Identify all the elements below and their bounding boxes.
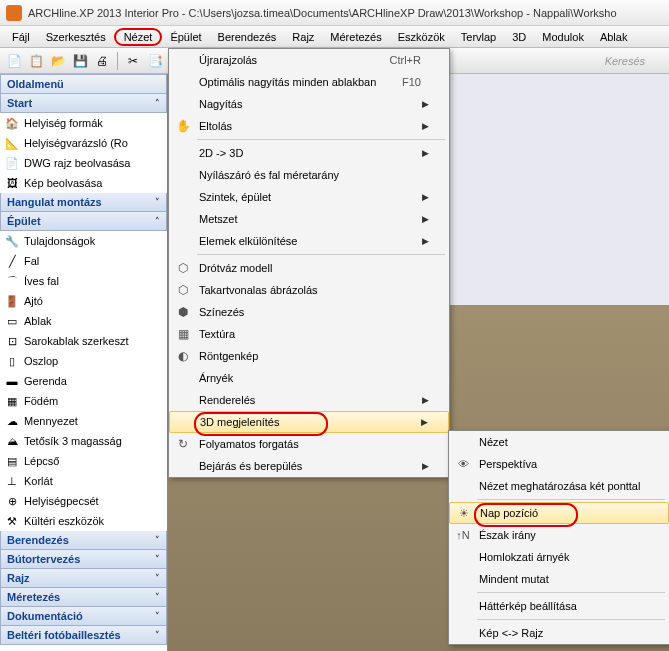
menu-item[interactable]: Nyílászáró és fal méretarány	[169, 164, 449, 186]
menu-szerkesztés[interactable]: Szerkesztés	[38, 29, 114, 45]
separator	[197, 139, 445, 140]
sidebar-item[interactable]: ▦Födém	[0, 391, 167, 411]
menu-item[interactable]: ÚjrarajzolásCtrl+R	[169, 49, 449, 71]
sidebar-item[interactable]: ▯Oszlop	[0, 351, 167, 371]
menu-item[interactable]: Metszet▶	[169, 208, 449, 230]
menu-modulok[interactable]: Modulok	[534, 29, 592, 45]
new-icon[interactable]: 📄	[4, 51, 24, 71]
item-icon: 🔧	[4, 233, 20, 249]
sidebar-section[interactable]: Dokumentáció˅	[0, 607, 167, 626]
sidebar-item[interactable]: ⚒Kültéri eszközök	[0, 511, 167, 531]
menu-item[interactable]: ⬡Drótváz modell	[169, 257, 449, 279]
sidebar-item[interactable]: 🏠Helyiség formák	[0, 113, 167, 133]
menu-fájl[interactable]: Fájl	[4, 29, 38, 45]
submenu-item[interactable]: Nézet	[449, 431, 669, 453]
sidebar-item[interactable]: 🖼Kép beolvasása	[0, 173, 167, 193]
search-input[interactable]: Keresés	[605, 55, 665, 67]
sidebar-item[interactable]: ╱Fal	[0, 251, 167, 271]
submenu-arrow-icon: ▶	[422, 192, 429, 202]
submenu-item[interactable]: Kép <-> Rajz	[449, 622, 669, 644]
sidebar-section[interactable]: Beltéri fotóbaillesztés˅	[0, 626, 167, 645]
menu-épület[interactable]: Épület	[162, 29, 209, 45]
item-icon: ⊡	[4, 333, 20, 349]
sidebar-section[interactable]: Rajz˅	[0, 569, 167, 588]
item-label: Kültéri eszközök	[24, 515, 104, 527]
submenu-icon	[453, 478, 473, 494]
menu-icon	[173, 189, 193, 205]
menu-nézet[interactable]: Nézet	[114, 28, 163, 46]
print-icon[interactable]: 🖨	[92, 51, 112, 71]
submenu-arrow-icon: ▶	[422, 121, 429, 131]
sidebar-item[interactable]: ▤Lépcső	[0, 451, 167, 471]
submenu-icon	[453, 571, 473, 587]
sidebar-item[interactable]: 📄DWG rajz beolvasása	[0, 153, 167, 173]
menu-méretezés[interactable]: Méretezés	[322, 29, 389, 45]
sidebar-item[interactable]: ▭Ablak	[0, 311, 167, 331]
sidebar-item[interactable]: ⌒Íves fal	[0, 271, 167, 291]
menu-item[interactable]: 2D -> 3D▶	[169, 142, 449, 164]
menu-item[interactable]: Bejárás és berepülés▶	[169, 455, 449, 477]
item-icon: 📄	[4, 155, 20, 171]
sidebar-item[interactable]: ⊡Sarokablak szerkeszt	[0, 331, 167, 351]
submenu-item[interactable]: Háttérkép beállítása	[449, 595, 669, 617]
sidebar-section[interactable]: Berendezés˅	[0, 531, 167, 550]
sidebar-section[interactable]: Méretezés˅	[0, 588, 167, 607]
menu-tervlap[interactable]: Tervlap	[453, 29, 504, 45]
submenu-item[interactable]: Homlokzati árnyék	[449, 546, 669, 568]
menu-rajz[interactable]: Rajz	[284, 29, 322, 45]
menu-item[interactable]: 3D megjelenítés▶	[169, 411, 449, 433]
submenu-item[interactable]: Mindent mutat	[449, 568, 669, 590]
menu-item[interactable]: Renderelés▶	[169, 389, 449, 411]
menu-item[interactable]: Árnyék	[169, 367, 449, 389]
sidebar-section[interactable]: Bútortervezés˅	[0, 550, 167, 569]
sidebar: Oldalmenü Start˄🏠Helyiség formák📐Helyisé…	[0, 74, 168, 651]
menu-icon	[173, 370, 193, 386]
submenu-icon: ↑N	[453, 527, 473, 543]
menu-label: Renderelés	[199, 394, 416, 406]
menu-eszközök[interactable]: Eszközök	[390, 29, 453, 45]
item-icon: 🚪	[4, 293, 20, 309]
submenu-item[interactable]: ☀Nap pozíció	[449, 502, 669, 524]
menu-shortcut: F10	[402, 76, 429, 88]
sidebar-item[interactable]: 📐Helyiségvarázsló (Ro	[0, 133, 167, 153]
menu-3d[interactable]: 3D	[504, 29, 534, 45]
menu-item[interactable]: ↻Folyamatos forgatás	[169, 433, 449, 455]
sidebar-item[interactable]: ☁Mennyezet	[0, 411, 167, 431]
doc-icon[interactable]: 📋	[26, 51, 46, 71]
sidebar-section[interactable]: Start˄	[0, 94, 167, 113]
sidebar-item[interactable]: ⊕Helyiségpecsét	[0, 491, 167, 511]
menu-ablak[interactable]: Ablak	[592, 29, 636, 45]
menu-label: Folyamatos forgatás	[199, 438, 429, 450]
save-icon[interactable]: 💾	[70, 51, 90, 71]
sidebar-item[interactable]: ⊥Korlát	[0, 471, 167, 491]
open-icon[interactable]: 📂	[48, 51, 68, 71]
item-label: Födém	[24, 395, 58, 407]
item-label: Tetősík 3 magasság	[24, 435, 122, 447]
submenu-item[interactable]: Nézet meghatározása két ponttal	[449, 475, 669, 497]
sidebar-section[interactable]: Épület˄	[0, 212, 167, 231]
sidebar-item[interactable]: ⛰Tetősík 3 magasság	[0, 431, 167, 451]
menu-item[interactable]: Nagyítás▶	[169, 93, 449, 115]
sidebar-item[interactable]: ▬Gerenda	[0, 371, 167, 391]
copy-icon[interactable]: 📑	[145, 51, 165, 71]
menu-item[interactable]: Optimális nagyítás minden ablakbanF10	[169, 71, 449, 93]
cut-icon[interactable]: ✂	[123, 51, 143, 71]
sidebar-item[interactable]: 🚪Ajtó	[0, 291, 167, 311]
menu-item[interactable]: Elemek elkülönítése▶	[169, 230, 449, 252]
menu-item[interactable]: Szintek, épület▶	[169, 186, 449, 208]
menu-item[interactable]: ⬡Takartvonalas ábrázolás	[169, 279, 449, 301]
menu-berendezés[interactable]: Berendezés	[210, 29, 285, 45]
menu-item[interactable]: ⬢Színezés	[169, 301, 449, 323]
submenu-item[interactable]: 👁Perspektíva	[449, 453, 669, 475]
menu-item[interactable]: ◐Röntgenkép	[169, 345, 449, 367]
menu-icon: ↻	[173, 436, 193, 452]
item-icon: ▦	[4, 393, 20, 409]
submenu-item[interactable]: ↑NÉszak irány	[449, 524, 669, 546]
menu-item[interactable]: ▦Textúra	[169, 323, 449, 345]
sidebar-item[interactable]: 🔧Tulajdonságok	[0, 231, 167, 251]
sidebar-section[interactable]: Hangulat montázs˅	[0, 193, 167, 212]
separator	[477, 499, 665, 500]
menu-label: Röntgenkép	[199, 350, 429, 362]
menu-item[interactable]: ✋Eltolás▶	[169, 115, 449, 137]
submenu-icon: 👁	[453, 456, 473, 472]
